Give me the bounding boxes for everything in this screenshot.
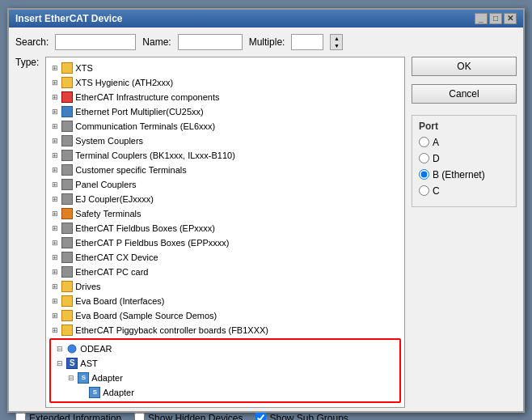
icon-adapter2: S	[88, 386, 101, 399]
expander-ast[interactable]: ⊟	[54, 358, 65, 369]
label-xts: XTS	[75, 62, 92, 74]
icon-epp	[61, 236, 74, 249]
expander-xts[interactable]: ⊞	[49, 62, 61, 74]
icon-sys	[61, 134, 74, 147]
expander-infra[interactable]: ⊞	[49, 91, 61, 103]
expander-xts-hygienic[interactable]: ⊞	[49, 77, 61, 88]
label-eva-demo: Eva Board (Sample Source Demos)	[75, 309, 217, 322]
insert-ethercat-dialog: Insert EtherCAT Device _ □ ✕ Search: Nam…	[7, 8, 525, 413]
expander-eth[interactable]: ⊞	[49, 106, 61, 117]
expander-ep[interactable]: ⊞	[49, 223, 61, 234]
expander-tc[interactable]: ⊞	[49, 150, 61, 161]
icon-cx	[61, 251, 74, 264]
expander-ej[interactable]: ⊞	[49, 193, 61, 205]
tree-item-ast[interactable]: ⊟ S AST	[53, 356, 398, 371]
tree-item-eva-if[interactable]: ⊞ Eva Board (Interfaces)	[48, 294, 403, 308]
minimize-button[interactable]: _	[475, 13, 488, 24]
show-sub-checkbox-item[interactable]: Show Sub Groups	[255, 413, 348, 421]
expander-eva-demo[interactable]: ⊞	[49, 310, 61, 321]
multiple-spinner[interactable]: ▲ ▼	[330, 34, 343, 50]
radio-port-d[interactable]: D	[419, 153, 509, 164]
show-hidden-checkbox-item[interactable]: Show Hidden Devices	[134, 413, 243, 421]
label-infra: EtherCAT Infrastructure components	[75, 91, 219, 104]
tree-item-term-couplers[interactable]: ⊞ Terminal Couplers (BK1xxx, ILxxx-B110)	[48, 148, 403, 163]
label-sys: System Couplers	[75, 134, 143, 147]
extended-info-checkbox[interactable]	[15, 413, 26, 420]
expander-drives[interactable]: ⊞	[49, 281, 61, 292]
dialog-title: Insert EtherCAT Device	[15, 13, 123, 24]
expander-piggy[interactable]: ⊞	[49, 325, 61, 336]
extended-info-checkbox-item[interactable]: Extended Information	[15, 413, 121, 421]
tree-item-xts-hygienic[interactable]: ⊞ XTS Hygienic (ATH2xxx)	[48, 75, 403, 90]
icon-infra	[61, 91, 74, 104]
radio-port-b[interactable]: B (Ethernet)	[419, 169, 509, 180]
tree-item-eth-port[interactable]: ⊞ Ethernet Port Multiplier(CU25xx)	[48, 104, 403, 119]
radio-a[interactable]	[419, 137, 429, 147]
tree-item-fieldbus-ep[interactable]: ⊞ EtherCAT Fieldbus Boxes (EPxxxx)	[48, 221, 403, 235]
spinner-down[interactable]: ▼	[331, 42, 342, 49]
tree-item-xts[interactable]: ⊞ XTS	[48, 61, 403, 75]
dialog-body: Search: Name: Box 1 Multiple: 1 ▲ ▼ Type…	[9, 28, 523, 421]
label-odear: ODEAR	[80, 342, 112, 355]
label-safety: Safety Terminals	[75, 207, 141, 220]
radio-a-label: A	[433, 137, 439, 148]
expander-panel[interactable]: ⊞	[49, 179, 61, 190]
radio-b[interactable]	[419, 169, 429, 180]
label-eth: Ethernet Port Multiplier(CU25xx)	[75, 105, 203, 118]
tree-item-panel[interactable]: ⊞ Panel Couplers	[48, 177, 403, 192]
label-drives: Drives	[75, 280, 100, 293]
expander-eva-if[interactable]: ⊞	[49, 295, 61, 307]
expander-pc[interactable]: ⊞	[49, 266, 61, 278]
expander-sys[interactable]: ⊞	[49, 135, 61, 146]
radio-c[interactable]	[419, 185, 429, 196]
spinner-up[interactable]: ▲	[331, 35, 342, 42]
cancel-button[interactable]: Cancel	[412, 84, 517, 104]
label-comm: Communication Terminals (EL6xxx)	[75, 120, 215, 133]
tree-item-comm-term[interactable]: ⊞ Communication Terminals (EL6xxx)	[48, 119, 403, 134]
tree-item-drives[interactable]: ⊞ Drives	[48, 279, 403, 294]
name-input[interactable]: Box 1	[178, 34, 243, 50]
expander-epp[interactable]: ⊞	[49, 237, 61, 248]
radio-d[interactable]	[419, 153, 429, 163]
tree-item-eva-demo[interactable]: ⊞ Eva Board (Sample Source Demos)	[48, 308, 403, 323]
tree-item-odear[interactable]: ⊟ ODEAR	[53, 342, 398, 356]
tree-item-piggyback[interactable]: ⊞ EtherCAT Piggyback controller boards (…	[48, 323, 403, 337]
tree-item-safety[interactable]: ⊞ Safety Terminals	[48, 206, 403, 221]
search-input[interactable]	[55, 34, 136, 50]
radio-port-c[interactable]: C	[419, 185, 509, 197]
maximize-button[interactable]: □	[489, 13, 502, 24]
label-eva-if: Eva Board (Interfaces)	[75, 295, 164, 308]
label-epp: EtherCAT P Fieldbus Boxes (EPPxxxx)	[75, 236, 229, 249]
main-area: Type: ⊞ XTS ⊞ XTS Hygienic (ATH2xxx)	[15, 57, 517, 408]
expander-odear[interactable]: ⊟	[54, 343, 65, 354]
expander-cx[interactable]: ⊞	[49, 252, 61, 263]
expander-safety[interactable]: ⊞	[49, 208, 61, 219]
multiple-input[interactable]: 1	[291, 34, 323, 50]
icon-eth	[61, 105, 74, 118]
tree-item-ej[interactable]: ⊞ EJ Coupler(EJxxxx)	[48, 192, 403, 206]
close-button[interactable]: ✕	[504, 13, 517, 24]
radio-port-a[interactable]: A	[419, 137, 509, 148]
show-hidden-label: Show Hidden Devices	[148, 413, 243, 421]
expander-adapter1[interactable]: ⊟	[65, 372, 77, 384]
label-pc: EtherCAT PC card	[75, 265, 148, 278]
tree-item-adapter2[interactable]: ⊟ S Adapter	[75, 385, 398, 400]
show-sub-checkbox[interactable]	[255, 413, 266, 420]
tree-item-cx[interactable]: ⊞ EtherCAT CX Device	[48, 250, 403, 265]
icon-adapter1: S	[77, 371, 90, 384]
label-panel: Panel Couplers	[75, 178, 136, 191]
expander-comm[interactable]: ⊞	[49, 121, 61, 132]
radio-d-label: D	[433, 153, 440, 164]
expander-cust[interactable]: ⊞	[49, 164, 61, 176]
tree-item-fieldbus-epp[interactable]: ⊞ EtherCAT P Fieldbus Boxes (EPPxxxx)	[48, 235, 403, 250]
tree-item-sys-couplers[interactable]: ⊞ System Couplers	[48, 134, 403, 148]
tree-item-pc-card[interactable]: ⊞ EtherCAT PC card	[48, 265, 403, 279]
show-sub-label: Show Sub Groups	[269, 413, 348, 421]
port-group: Port A D B (Ethernet) C	[412, 115, 517, 207]
ok-button[interactable]: OK	[412, 57, 517, 76]
tree-item-cust-term[interactable]: ⊞ Customer specific Terminals	[48, 163, 403, 177]
tree-item-adapter1[interactable]: ⊟ S Adapter	[64, 371, 398, 385]
show-hidden-checkbox[interactable]	[134, 413, 145, 420]
device-tree[interactable]: ⊞ XTS ⊞ XTS Hygienic (ATH2xxx) ⊞	[45, 57, 405, 408]
tree-item-ethercat-infra[interactable]: ⊞ EtherCAT Infrastructure components	[48, 90, 403, 104]
